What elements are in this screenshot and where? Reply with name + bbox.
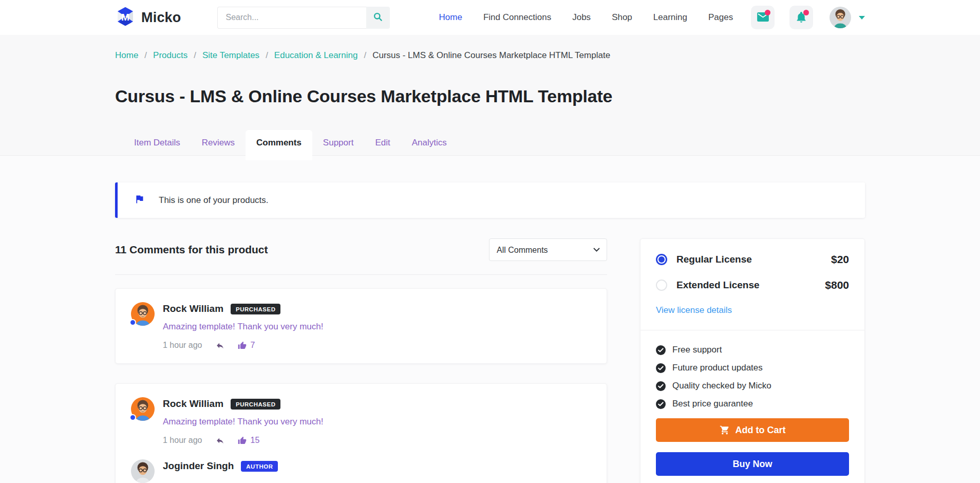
nav-link-find-connections[interactable]: Find Connections <box>483 12 551 23</box>
notice-text: This is one of your products. <box>159 195 269 206</box>
check-circle-icon <box>656 363 666 373</box>
comment-item: Joginder Singh AUTHOR <box>131 459 591 483</box>
buy-now-button[interactable]: Buy Now <box>656 452 849 476</box>
breadcrumb: Home / Products / Site Templates / Educa… <box>115 35 865 61</box>
tab-edit[interactable]: Edit <box>364 130 401 156</box>
page-title: Cursus - LMS & Online Courses Marketplac… <box>115 86 865 106</box>
license-price: $20 <box>831 253 849 266</box>
brand-name: Micko <box>141 10 181 26</box>
tab-item-details[interactable]: Item Details <box>123 130 191 156</box>
author-badge: AUTHOR <box>241 461 278 472</box>
feature-text: Best price guarantee <box>672 399 753 409</box>
breadcrumb-separator: / <box>266 50 268 61</box>
like-button[interactable]: 7 <box>238 341 255 350</box>
radio-selected[interactable] <box>656 254 667 265</box>
purchase-sidebar: Regular License $20 Extended License $80… <box>640 238 865 483</box>
comments-heading: 11 Comments for this product <box>115 244 268 256</box>
owner-notice-banner: This is one of your products. <box>115 182 865 218</box>
feature-text: Free support <box>672 345 722 355</box>
license-option-regular[interactable]: Regular License $20 <box>656 253 849 266</box>
comments-divider <box>115 274 607 275</box>
tab-analytics[interactable]: Analytics <box>401 130 458 156</box>
nav-link-learning[interactable]: Learning <box>653 12 687 23</box>
breadcrumb-separator: / <box>194 50 196 61</box>
nav-link-shop[interactable]: Shop <box>612 12 632 23</box>
thumbs-up-icon <box>238 436 247 445</box>
buy-now-label: Buy Now <box>732 459 772 470</box>
navbar-actions <box>751 6 865 29</box>
micko-logo-icon: M <box>115 6 136 29</box>
tab-support[interactable]: Support <box>312 130 365 156</box>
features-and-purchase-section: Free support Future product updates Qual… <box>640 330 864 483</box>
like-button[interactable]: 15 <box>238 436 260 445</box>
page-header: Home / Products / Site Templates / Educa… <box>0 35 980 156</box>
purchased-badge: PURCHASED <box>231 399 280 410</box>
comments-filter-select[interactable]: All Comments <box>489 238 607 261</box>
nav-link-pages[interactable]: Pages <box>708 12 733 23</box>
reply-icon <box>215 436 225 445</box>
reply-icon <box>215 341 225 350</box>
reply-button[interactable] <box>215 436 225 445</box>
search-group <box>217 7 390 29</box>
comment-text: Amazing template! Thank you very much! <box>163 322 591 332</box>
reply-button[interactable] <box>215 341 225 350</box>
view-license-details-link[interactable]: View license details <box>656 305 732 315</box>
messages-button[interactable] <box>751 6 775 29</box>
svg-text:M: M <box>121 12 129 23</box>
breadcrumb-separator: / <box>144 50 147 61</box>
add-to-cart-button[interactable]: Add to Cart <box>656 418 849 442</box>
cart-icon <box>720 425 730 435</box>
breadcrumb-products[interactable]: Products <box>153 50 187 61</box>
license-section: Regular License $20 Extended License $80… <box>640 239 864 330</box>
check-circle-icon <box>656 399 666 409</box>
comment-item: Rock William PURCHASED Amazing template!… <box>131 397 591 445</box>
breadcrumb-education-learning[interactable]: Education & Learning <box>274 50 358 61</box>
user-avatar <box>830 7 851 28</box>
online-status-dot <box>129 414 136 421</box>
check-circle-icon <box>656 345 666 355</box>
brand-logo[interactable]: M Micko <box>115 6 181 29</box>
comment-card: Rock William PURCHASED Amazing template!… <box>115 383 607 483</box>
breadcrumb-home[interactable]: Home <box>115 50 138 61</box>
commenter-avatar[interactable] <box>131 302 155 326</box>
commenter-avatar[interactable] <box>131 459 155 483</box>
breadcrumb-current: Cursus - LMS & Online Courses Marketplac… <box>372 50 610 61</box>
tab-reviews[interactable]: Reviews <box>191 130 246 156</box>
comment-card: Rock William PURCHASED Amazing template!… <box>115 288 607 364</box>
license-name: Extended License <box>676 280 760 291</box>
purchase-card: Regular License $20 Extended License $80… <box>640 238 865 483</box>
tab-comments[interactable]: Comments <box>246 130 312 156</box>
feature-item: Quality checked by Micko <box>656 381 849 391</box>
feature-text: Future product updates <box>672 363 763 373</box>
radio-unselected[interactable] <box>656 280 667 291</box>
notifications-button[interactable] <box>789 6 813 29</box>
comment-item: Rock William PURCHASED Amazing template!… <box>131 302 591 350</box>
commenter-avatar[interactable] <box>131 397 155 421</box>
chevron-down-icon <box>859 16 865 20</box>
breadcrumb-site-templates[interactable]: Site Templates <box>202 50 259 61</box>
user-menu[interactable] <box>830 7 865 28</box>
search-icon <box>373 12 383 23</box>
purchased-badge: PURCHASED <box>231 304 280 314</box>
online-status-dot <box>129 319 136 326</box>
nav-link-home[interactable]: Home <box>439 12 462 23</box>
nav-link-jobs[interactable]: Jobs <box>572 12 591 23</box>
main-content: This is one of your products. 11 Comment… <box>0 182 980 483</box>
top-navbar: M Micko Home Find Connections Jobs Shop … <box>0 0 980 35</box>
license-name: Regular License <box>676 254 752 265</box>
feature-item: Future product updates <box>656 363 849 373</box>
search-button[interactable] <box>366 7 390 29</box>
thumbs-up-icon <box>238 341 247 350</box>
feature-item: Best price guarantee <box>656 399 849 409</box>
main-navigation: Home Find Connections Jobs Shop Learning… <box>439 12 733 23</box>
commenter-name[interactable]: Joginder Singh <box>163 460 234 472</box>
commenter-name[interactable]: Rock William <box>163 398 223 410</box>
commenter-name[interactable]: Rock William <box>163 303 223 314</box>
comment-timestamp: 1 hour ago <box>163 341 202 350</box>
notifications-badge-dot <box>803 10 809 15</box>
check-circle-icon <box>656 381 666 391</box>
search-input[interactable] <box>217 7 366 29</box>
license-option-extended[interactable]: Extended License $800 <box>656 279 849 291</box>
comments-filter-wrap: All Comments <box>489 238 607 261</box>
license-price: $800 <box>825 279 849 291</box>
